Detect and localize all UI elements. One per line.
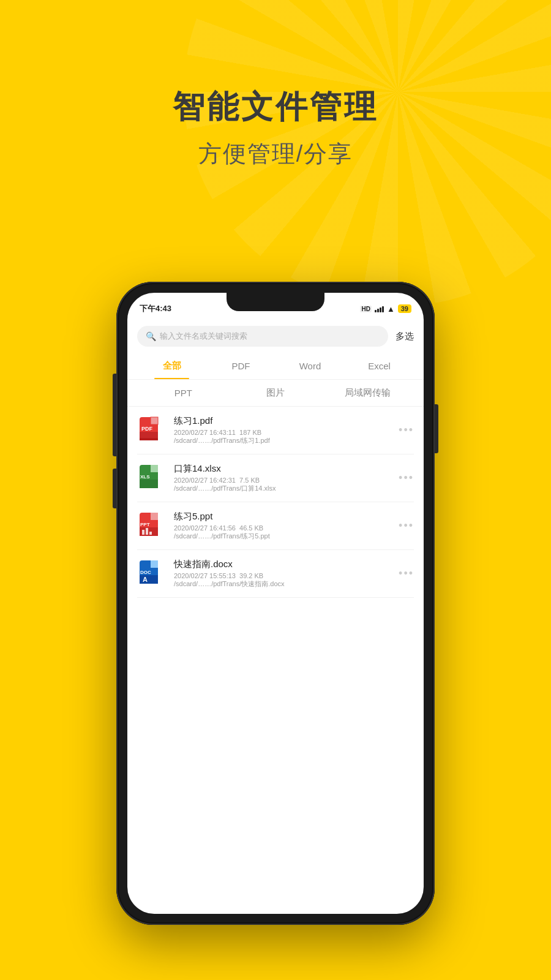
file-more-xlsx[interactable]: ••• xyxy=(399,472,414,484)
file-name-docx: 快速指南.docx xyxy=(174,559,391,570)
tabs-row-2: PPT 图片 局域网传输 xyxy=(127,380,424,407)
volume-down-button xyxy=(113,469,116,508)
multiselect-button[interactable]: 多选 xyxy=(395,331,414,342)
svg-text:A: A xyxy=(143,576,148,583)
main-title: 智能文件管理 xyxy=(0,86,551,129)
svg-rect-8 xyxy=(140,480,158,488)
search-input[interactable]: 🔍 输入文件名或关键词搜索 xyxy=(137,326,388,347)
file-info-xlsx: 口算14.xlsx 2020/02/27 16:42:31 7.5 KB /sd… xyxy=(174,463,391,493)
battery-level: 39 xyxy=(401,305,408,312)
status-icons: HD ▲ 39 xyxy=(360,304,411,314)
file-info-docx: 快速指南.docx 2020/02/27 15:55:13 39.2 KB /s… xyxy=(174,559,391,589)
svg-rect-17 xyxy=(149,532,152,535)
phone-screen: 下午4:43 HD ▲ 39 xyxy=(127,293,424,914)
file-meta-ppt: 2020/02/27 16:41:56 46.5 KB /sdcard/……/p… xyxy=(174,524,391,541)
status-time: 下午4:43 xyxy=(140,303,171,314)
file-more-ppt[interactable]: ••• xyxy=(399,519,414,532)
tab-lan-transfer[interactable]: 局域网传输 xyxy=(321,380,414,406)
file-more-docx[interactable]: ••• xyxy=(399,567,414,580)
svg-rect-5 xyxy=(151,417,158,424)
svg-rect-10 xyxy=(151,465,158,472)
svg-text:XLS: XLS xyxy=(140,474,150,480)
tabs-row-1: 全部 PDF Word Excel xyxy=(127,353,424,380)
file-meta-pdf: 2020/02/27 16:43:11 187 KB /sdcard/……/pd… xyxy=(174,429,391,445)
svg-rect-16 xyxy=(146,528,148,535)
svg-rect-14 xyxy=(151,513,158,520)
svg-rect-3 xyxy=(140,438,158,440)
file-name-xlsx: 口算14.xlsx xyxy=(174,463,391,475)
file-icon-docx: DOC A xyxy=(137,559,167,589)
search-bar-row: 🔍 输入文件名或关键词搜索 多选 xyxy=(127,320,424,353)
file-meta-docx: 2020/02/27 15:55:13 39.2 KB /sdcard/……/p… xyxy=(174,572,391,589)
phone-mockup: 下午4:43 HD ▲ 39 xyxy=(116,282,435,925)
sub-title: 方便管理/分享 xyxy=(0,138,551,170)
tab-ppt[interactable]: PPT xyxy=(137,380,230,405)
svg-text:DOC: DOC xyxy=(140,570,151,575)
svg-rect-15 xyxy=(142,530,144,535)
tab-pdf[interactable]: PDF xyxy=(206,353,276,379)
file-item-pdf[interactable]: PDF 练习1.pdf 2020/02/27 16:43:11 187 KB /… xyxy=(137,407,414,454)
signal-icon xyxy=(375,305,384,312)
tab-excel[interactable]: Excel xyxy=(345,353,414,379)
tab-word[interactable]: Word xyxy=(276,353,345,379)
battery-indicator: 39 xyxy=(398,304,411,313)
hd-label: HD xyxy=(360,306,371,312)
search-placeholder: 输入文件名或关键词搜索 xyxy=(160,331,247,342)
file-name-ppt: 练习5.ppt xyxy=(174,511,391,522)
volume-up-button xyxy=(113,417,116,456)
silent-button xyxy=(113,374,116,398)
svg-text:PPT: PPT xyxy=(140,522,150,527)
file-info-ppt: 练习5.ppt 2020/02/27 16:41:56 46.5 KB /sdc… xyxy=(174,511,391,541)
svg-rect-21 xyxy=(151,560,158,568)
svg-text:PDF: PDF xyxy=(141,426,153,432)
file-icon-ppt: PPT xyxy=(137,511,167,541)
file-item-xlsx[interactable]: XLS 口算14.xlsx 2020/02/27 16:42:31 7.5 KB… xyxy=(137,454,414,502)
tab-all[interactable]: 全部 xyxy=(137,353,206,379)
file-meta-xlsx: 2020/02/27 16:42:31 7.5 KB /sdcard/……/pd… xyxy=(174,477,391,493)
tab-images[interactable]: 图片 xyxy=(230,380,322,406)
wifi-icon: ▲ xyxy=(387,304,395,314)
file-list: PDF 练习1.pdf 2020/02/27 16:43:11 187 KB /… xyxy=(127,407,424,598)
file-info-pdf: 练习1.pdf 2020/02/27 16:43:11 187 KB /sdca… xyxy=(174,415,391,445)
file-icon-xlsx: XLS xyxy=(137,464,167,493)
file-item-ppt[interactable]: PPT 练习5.ppt 2020/02/27 16:41: xyxy=(137,502,414,550)
search-icon: 🔍 xyxy=(146,331,156,341)
screen-content: 🔍 输入文件名或关键词搜索 多选 全部 PDF Word xyxy=(127,320,424,914)
file-icon-pdf: PDF xyxy=(137,416,167,445)
header-section: 智能文件管理 方便管理/分享 xyxy=(0,86,551,170)
phone-notch xyxy=(227,293,324,311)
file-item-docx[interactable]: DOC A 快速指南.docx 2020/02/27 15:55:13 39.2… xyxy=(137,550,414,598)
file-more-pdf[interactable]: ••• xyxy=(399,424,414,437)
phone-shell: 下午4:43 HD ▲ 39 xyxy=(116,282,435,925)
file-name-pdf: 练习1.pdf xyxy=(174,415,391,427)
